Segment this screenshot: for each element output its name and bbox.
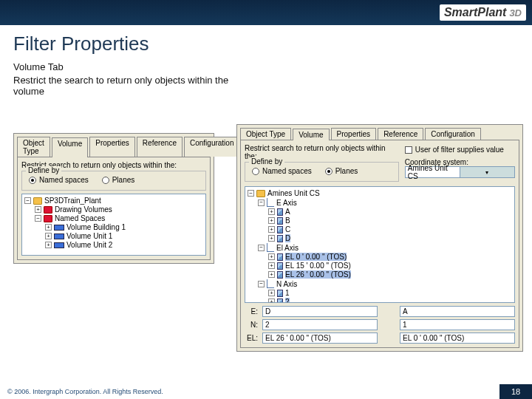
plane-icon xyxy=(277,208,283,216)
plane-icon xyxy=(277,290,283,297)
plane-icon xyxy=(277,226,283,233)
plane-icon xyxy=(277,271,283,279)
tree-row: +B xyxy=(248,216,512,225)
expander-icon[interactable]: + xyxy=(45,233,52,239)
brand-main: SmartPlant xyxy=(444,6,506,19)
tree-row: +EL 15 ' 0.00 " (TOS) xyxy=(248,262,512,270)
define-by-legend: Define by xyxy=(249,157,284,166)
tab-bar: Object Type Volume Properties Reference … xyxy=(14,134,214,157)
plane-icon xyxy=(277,262,283,270)
planes-tree[interactable]: −Amines Unit CS −E Axis +A +B +C +D −El … xyxy=(245,186,515,303)
el-to-field[interactable]: EL 0 ' 0.00 " (TOS) xyxy=(400,332,515,344)
folder-icon xyxy=(256,190,265,197)
tab-properties[interactable]: Properties xyxy=(331,128,377,140)
expander-icon[interactable]: + xyxy=(268,290,275,296)
tab-properties[interactable]: Properties xyxy=(89,137,135,157)
expander-icon[interactable]: + xyxy=(268,271,275,278)
tab-volume[interactable]: Volume xyxy=(52,137,88,157)
tree-row: +Volume Building 1 xyxy=(24,223,203,232)
tree-row: −E Axis xyxy=(248,198,512,208)
plane-icon xyxy=(277,299,283,304)
user-supplies-checkbox[interactable]: User of filter supplies value xyxy=(405,146,515,154)
tab-panel: Restrict search to return only objects w… xyxy=(240,140,519,348)
tab-bar: Object Type Volume Properties Reference … xyxy=(237,125,522,140)
tree-row: −Named Spaces xyxy=(24,214,203,223)
axis-icon xyxy=(267,198,274,207)
expander-icon[interactable]: + xyxy=(45,224,52,231)
folder-icon xyxy=(44,215,52,222)
tree-row: +A xyxy=(248,208,512,216)
expander-icon[interactable]: − xyxy=(35,215,41,222)
folder-icon xyxy=(44,206,52,214)
expander-icon[interactable]: + xyxy=(35,206,41,213)
expander-icon[interactable]: + xyxy=(268,208,275,215)
tab-object-type[interactable]: Object Type xyxy=(240,128,291,140)
expander-icon[interactable]: + xyxy=(268,226,275,233)
folder-icon xyxy=(33,197,42,205)
el-from-field[interactable]: EL 26 ' 0.00 " (TOS) xyxy=(262,332,378,344)
plane-icon xyxy=(277,217,283,225)
plane-icon xyxy=(277,253,283,261)
e-label: E: xyxy=(245,307,258,316)
radio-planes[interactable]: Planes xyxy=(325,167,358,175)
volume-icon xyxy=(54,233,64,239)
n-label: N: xyxy=(245,321,258,329)
expander-icon[interactable]: − xyxy=(258,200,265,206)
tab-volume[interactable]: Volume xyxy=(293,129,329,140)
tree-row: −El Axis xyxy=(248,243,512,253)
coord-bounds-grid: E: D A N: 2 1 EL: EL 26 ' 0.00 " (TOS) E… xyxy=(245,306,515,344)
volume-icon xyxy=(54,225,64,231)
slide-header-bar: SmartPlant 3D xyxy=(0,0,532,25)
expander-icon[interactable]: − xyxy=(258,245,265,251)
tree-row: +1 xyxy=(248,289,512,298)
expander-icon[interactable]: + xyxy=(268,299,275,303)
desc-line-2: Restrict the search to return only objec… xyxy=(13,75,257,98)
copyright: © 2006. Intergraph Corporation. All Righ… xyxy=(0,388,499,395)
expander-icon[interactable]: + xyxy=(268,253,275,260)
coord-system-dropdown[interactable]: Amines Unit CS ▾ xyxy=(405,166,515,178)
define-by-legend: Define by xyxy=(26,166,61,174)
axis-icon xyxy=(267,279,274,288)
brand-logo: SmartPlant 3D xyxy=(440,4,526,21)
radio-named-spaces[interactable]: Named spaces xyxy=(29,176,89,184)
tree-row: −N Axis xyxy=(248,279,512,289)
tree-row: −SP3DTrain_Plant xyxy=(24,197,203,205)
named-spaces-tree[interactable]: −SP3DTrain_Plant +Drawing Volumes −Named… xyxy=(21,194,206,256)
expander-icon[interactable]: − xyxy=(248,190,254,197)
axis-icon xyxy=(267,243,274,252)
expander-icon[interactable]: + xyxy=(45,242,52,248)
expander-icon[interactable]: + xyxy=(268,235,275,242)
page-title: Filter Properties xyxy=(13,33,532,55)
tab-reference[interactable]: Reference xyxy=(137,137,183,157)
e-to-field[interactable]: A xyxy=(400,306,515,317)
page-number: 18 xyxy=(499,384,532,399)
tree-row: +EL 26 ' 0.00 " (TOS) xyxy=(248,270,512,279)
expander-icon[interactable]: + xyxy=(268,262,275,269)
tab-configuration[interactable]: Configuration xyxy=(184,137,239,157)
plane-icon xyxy=(277,235,283,242)
expander-icon[interactable]: − xyxy=(24,197,31,204)
n-to-field[interactable]: 1 xyxy=(400,319,515,330)
tab-reference[interactable]: Reference xyxy=(378,128,423,140)
filter-dialog-planes: Object Type Volume Properties Reference … xyxy=(236,124,523,352)
brand-sub: 3D xyxy=(509,7,522,18)
tree-row: +Volume Unit 2 xyxy=(24,241,203,250)
tree-row: −Amines Unit CS xyxy=(248,189,512,198)
define-by-group: Define by Named spaces Planes xyxy=(245,162,399,182)
tab-object-type[interactable]: Object Type xyxy=(17,137,50,157)
n-from-field[interactable]: 2 xyxy=(262,319,378,330)
tree-row: +C xyxy=(248,225,512,234)
filter-dialog-named: Object Type Volume Properties Reference … xyxy=(13,133,214,264)
desc-line-1: Volume Tab xyxy=(13,61,257,73)
slide-footer: © 2006. Intergraph Corporation. All Righ… xyxy=(0,384,532,399)
tree-row: +Volume Unit 1 xyxy=(24,232,203,241)
radio-planes[interactable]: Planes xyxy=(102,176,135,184)
e-from-field[interactable]: D xyxy=(262,306,378,317)
expander-icon[interactable]: − xyxy=(258,281,265,287)
tab-panel: Restrict search to return only objects w… xyxy=(17,157,211,260)
expander-icon[interactable]: + xyxy=(268,217,275,224)
tree-row: +Drawing Volumes xyxy=(24,205,203,214)
tab-configuration[interactable]: Configuration xyxy=(425,128,480,140)
radio-named-spaces[interactable]: Named spaces xyxy=(252,167,312,175)
chevron-down-icon: ▾ xyxy=(460,167,514,177)
